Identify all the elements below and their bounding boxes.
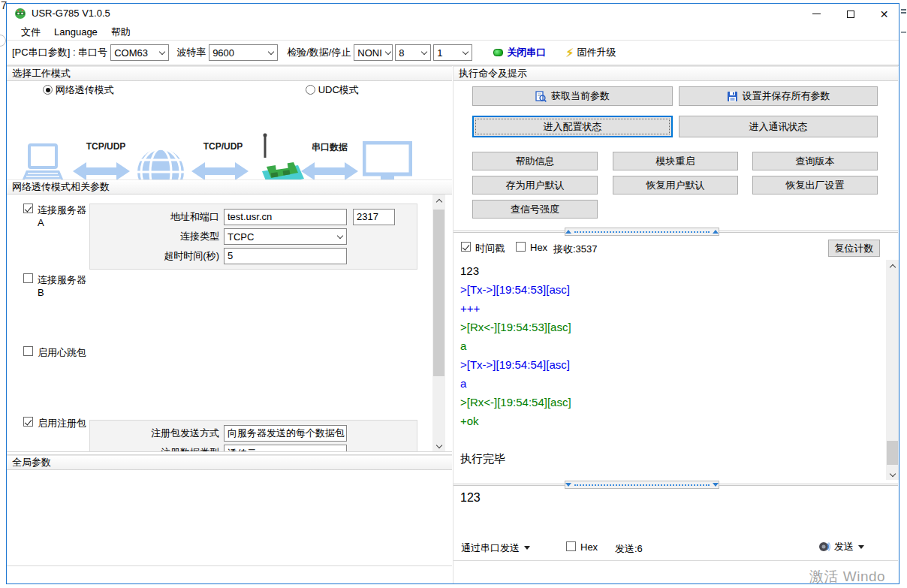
maximize-button[interactable] xyxy=(833,4,867,24)
sent-count: 发送:6 xyxy=(615,542,643,556)
app-window: USR-G785 V1.0.5 ✕ 文件 Language 帮助 [PC串口参数… xyxy=(6,3,899,584)
title-bar[interactable]: USR-G785 V1.0.5 ✕ xyxy=(7,4,899,23)
log-line: >[Rx<-][19:54:54][asc] xyxy=(460,393,884,412)
speaker-send-icon xyxy=(818,541,830,553)
menu-language[interactable]: Language xyxy=(47,25,104,39)
minimize-button[interactable] xyxy=(800,4,833,24)
help-info-button[interactable]: 帮助信息 xyxy=(472,152,598,170)
save-user-default-button[interactable]: 存为用户默认 xyxy=(472,176,598,194)
parity-select[interactable]: NONI xyxy=(354,44,393,61)
timestamp-checkbox[interactable]: 时间戳 xyxy=(461,242,505,255)
chevron-down-icon xyxy=(336,232,342,238)
log-line xyxy=(460,430,884,449)
regtype-label: 注册数据类型 xyxy=(90,446,219,451)
radio-transparent-mode[interactable]: 网络透传模式 xyxy=(43,83,114,97)
log-line: a xyxy=(460,374,884,393)
commands-header: 执行命令及提示 xyxy=(454,66,898,81)
scroll-up-icon xyxy=(435,198,441,204)
double-arrow-icon xyxy=(191,161,249,182)
server-a-checkbox[interactable]: 连接服务器A xyxy=(23,204,88,228)
conn-type-select[interactable]: TCPC xyxy=(224,228,347,245)
dropdown-arrow-icon xyxy=(524,546,530,550)
get-params-button[interactable]: 获取当前参数 xyxy=(472,86,673,106)
app-logo-icon xyxy=(14,8,26,20)
reset-count-button[interactable]: 复位计数 xyxy=(828,240,880,257)
query-version-button[interactable]: 查询版本 xyxy=(752,152,878,170)
activate-windows-watermark: 激活 Windo xyxy=(809,567,885,586)
lightning-icon: ⚡ xyxy=(565,46,574,60)
server-a-port-input[interactable]: 2317 xyxy=(353,209,395,225)
radio-udc-mode[interactable]: UDC模式 xyxy=(306,83,359,97)
close-serial-button[interactable]: 关闭串口 xyxy=(507,46,546,59)
baud-select[interactable]: 9600 xyxy=(209,44,278,61)
com-port-select[interactable]: COM63 xyxy=(110,44,169,61)
serial-toolbar: [PC串口参数] : 串口号 COM63 波特率 9600 检验/数据/停止 N… xyxy=(7,40,899,66)
server-a-address-input[interactable]: test.usr.cn xyxy=(224,209,347,225)
enter-comm-state-button[interactable]: 进入通讯状态 xyxy=(679,116,878,137)
scroll-down-icon xyxy=(889,470,895,476)
net-params-header: 网络透传模式相关参数 xyxy=(7,179,452,194)
module-restart-button[interactable]: 模块重启 xyxy=(613,152,738,170)
log-line: >[Tx->][19:54:54][asc] xyxy=(460,355,884,374)
send-text: 123 xyxy=(460,491,481,505)
send-splitter[interactable] xyxy=(454,480,898,490)
enter-config-state-button[interactable]: 进入配置状态 xyxy=(472,116,673,137)
log-lines: 123>[Tx->][19:54:53][asc]+++>[Rx<-][19:5… xyxy=(460,261,884,468)
double-arrow-icon xyxy=(301,161,358,182)
log-area[interactable]: 123>[Tx->][19:54:53][asc]+++>[Rx<-][19:5… xyxy=(454,260,899,480)
scroll-up-icon xyxy=(889,264,895,270)
log-line: >[Tx->][19:54:53][asc] xyxy=(460,280,884,299)
floppy-save-icon xyxy=(727,91,738,102)
set-save-params-button[interactable]: 设置并保存所有参数 xyxy=(679,86,878,106)
log-splitter[interactable] xyxy=(454,227,898,237)
server-b-checkbox[interactable]: 连接服务器B xyxy=(23,273,88,298)
checkbox-icon xyxy=(566,541,576,551)
send-hex-checkbox[interactable]: Hex xyxy=(566,541,598,553)
close-button[interactable]: ✕ xyxy=(867,4,901,24)
heartbeat-checkbox[interactable]: 启用心跳包 xyxy=(23,346,86,360)
log-hex-checkbox[interactable]: Hex xyxy=(516,242,547,253)
chevron-down-icon xyxy=(385,48,391,54)
desktop-fragment-lines xyxy=(901,9,906,11)
minimize-icon xyxy=(812,14,821,14)
net-params-scrollbar[interactable] xyxy=(432,194,445,451)
menu-file[interactable]: 文件 xyxy=(14,24,47,41)
port-open-status-icon xyxy=(493,49,503,56)
right-panel: 执行命令及提示 获取当前参数 设置并保存所有参数 进入配置状态 进入通讯状态 帮… xyxy=(453,66,898,583)
scrollbar-thumb[interactable] xyxy=(887,441,898,465)
factory-reset-button[interactable]: 恢复出厂设置 xyxy=(752,176,878,194)
window-title: USR-G785 V1.0.5 xyxy=(32,8,110,19)
checkbox-checked-icon xyxy=(23,417,33,427)
desktop-fragment-circle xyxy=(0,35,6,47)
checkbox-checked-icon xyxy=(461,242,471,252)
log-controls: 时间戳 Hex 接收:3537 复位计数 xyxy=(454,239,898,258)
splitter-handle[interactable] xyxy=(565,228,719,236)
firmware-upgrade-button[interactable]: 固件升级 xyxy=(577,46,616,59)
send-via-serial-dropdown[interactable]: 通过串口发送 xyxy=(461,541,530,555)
stopbits-select[interactable]: 1 xyxy=(433,44,472,61)
server-a-groupbox: 地址和端口 test.usr.cn 2317 连接类型 TCPC 超时时间(秒)… xyxy=(89,204,417,270)
log-line: 123 xyxy=(460,261,884,280)
send-button[interactable]: 发送 xyxy=(818,540,864,553)
menu-help[interactable]: 帮助 xyxy=(104,24,137,41)
regpack-checkbox[interactable]: 启用注册包 xyxy=(23,417,86,430)
menu-bar: 文件 Language 帮助 xyxy=(7,24,899,40)
databits-select[interactable]: 8 xyxy=(395,44,431,61)
restore-user-default-button[interactable]: 恢复用户默认 xyxy=(613,176,738,194)
query-signal-button[interactable]: 查信号强度 xyxy=(472,200,598,219)
workmode-header: 选择工作模式 xyxy=(7,66,452,81)
checkbox-checked-icon xyxy=(23,204,33,213)
radio-selected-icon xyxy=(43,85,53,95)
timeout-input[interactable]: 5 xyxy=(224,248,347,264)
splitter-handle[interactable] xyxy=(565,481,719,489)
splitter-up-icon xyxy=(713,230,719,234)
send-textarea[interactable]: 123 xyxy=(454,490,899,536)
link-label: TCP/UDP xyxy=(194,141,252,152)
scrollbar-thumb[interactable] xyxy=(433,210,444,376)
log-scrollbar[interactable] xyxy=(886,260,899,480)
regmode-select[interactable]: 向服务器发送的每个数据包 xyxy=(224,425,347,442)
left-panel: 选择工作模式 网络透传模式 UDC模式 TCP/UDP TCP/UDP xyxy=(7,66,452,583)
scroll-down-icon xyxy=(435,442,441,448)
regtype-input[interactable]: 透传云 xyxy=(224,445,347,451)
link-label: TCP/UDP xyxy=(79,141,133,152)
